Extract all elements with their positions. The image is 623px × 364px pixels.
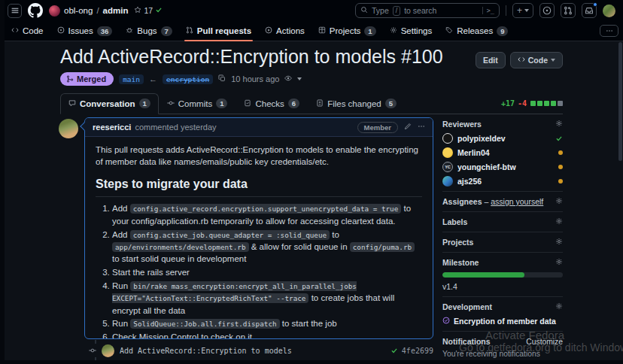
repo-tab-settings[interactable]: Settings <box>383 21 439 41</box>
comment-author-avatar[interactable] <box>59 119 78 138</box>
github-logo-icon[interactable] <box>28 3 43 18</box>
gear-icon[interactable] <box>555 238 563 247</box>
repo-tab-projects[interactable]: Projects1 <box>312 21 383 41</box>
reviewer-avatar: YC <box>442 162 453 172</box>
repo-tab-releases[interactable]: Releases9 <box>439 21 515 41</box>
projects-section: Projects <box>442 232 563 253</box>
breadcrumb-repo[interactable]: admin <box>103 6 129 15</box>
milestone-progress-fill <box>442 272 524 278</box>
breadcrumb-separator: / <box>96 6 99 15</box>
assignees-section: Assignees – assign yourself <box>442 192 563 212</box>
your-issues-button[interactable] <box>539 3 555 18</box>
code-icon <box>518 56 525 65</box>
comment-author[interactable]: reesericci <box>93 123 131 132</box>
copy-branch-icon[interactable] <box>218 74 226 83</box>
conversation-count-badge: 1 <box>139 99 150 108</box>
edit-button[interactable]: Edit <box>476 52 506 68</box>
nav-overflow-button[interactable] <box>600 25 618 37</box>
comment-options-icon[interactable] <box>418 123 425 132</box>
edit-comment-icon[interactable] <box>404 123 412 132</box>
chevron-down-icon <box>524 9 529 12</box>
gear-icon[interactable] <box>555 217 563 226</box>
gear-icon[interactable] <box>555 302 563 311</box>
bugs-count-badge: 7 <box>161 26 172 36</box>
global-header: obl-ong / admin 17 Type / to search >_ + <box>0 0 623 21</box>
search-placeholder-prefix: Type <box>372 6 389 15</box>
build-check-icon <box>155 6 163 15</box>
repo-tab-bugs[interactable]: Bugs7 <box>119 21 179 41</box>
customize-link[interactable]: Customize <box>526 338 563 346</box>
eye-icon[interactable] <box>284 74 292 83</box>
merged-status-badge: Merged <box>60 72 114 86</box>
inline-code: SolidQueue::Job.all.first.dispatch <box>130 319 279 329</box>
repo-tab-pull-requests[interactable]: Pull requests <box>179 21 258 41</box>
unread-notification-dot <box>593 2 597 7</box>
gear-icon[interactable] <box>555 197 563 206</box>
gear-icon[interactable] <box>555 258 563 267</box>
pr-description-comment: reesericci commented yesterday Member Th… <box>84 117 433 339</box>
base-branch-label[interactable]: main <box>119 74 144 84</box>
issues-count-badge: 36 <box>97 26 113 36</box>
slash-key-hint: / <box>393 6 400 16</box>
reviewer-row[interactable]: ajs256 <box>442 176 563 186</box>
reviewer-row[interactable]: polypixeldev <box>442 133 563 143</box>
commit-sha-link[interactable]: 4fe2699 <box>402 347 433 355</box>
tag-icon <box>445 26 453 35</box>
pr-tab-bar: Conversation1 Commits1 Checks6 Files cha… <box>60 93 563 114</box>
steps-heading: Steps to migrate your data <box>96 176 422 198</box>
milestone-title: Milestone <box>442 258 479 267</box>
scrollbar-thumb[interactable] <box>618 42 622 161</box>
inline-code: app/environments/development.rb <box>112 242 249 252</box>
step-item: Run bin/rake mass_encryption:encrypt_all… <box>112 280 422 317</box>
commit-author-avatar[interactable] <box>102 344 114 357</box>
comment-meta: commented yesterday <box>135 123 216 132</box>
global-search-input[interactable]: Type / to search >_ <box>355 3 500 18</box>
user-avatar[interactable] <box>603 5 615 17</box>
chevron-down-icon[interactable] <box>297 77 302 80</box>
commit-message[interactable]: Add ActiveRecord::Encryption to models <box>120 347 292 355</box>
breadcrumb: obl-ong / admin <box>49 5 128 17</box>
notifications-inbox-button[interactable] <box>582 3 597 18</box>
reviewers-title: Reviewers <box>442 120 482 129</box>
command-palette-icon[interactable]: >_ <box>482 7 494 14</box>
hamburger-menu-button[interactable] <box>8 4 22 18</box>
tab-commits[interactable]: Commits1 <box>159 93 236 114</box>
step-item: Add config.active_record.encryption.supp… <box>112 202 422 227</box>
comment-intro: This pull requests adds ActiveRecord::En… <box>96 144 422 168</box>
your-pull-requests-button[interactable] <box>561 3 576 18</box>
repo-tab-issues[interactable]: Issues36 <box>50 21 120 41</box>
org-avatar[interactable] <box>49 5 60 17</box>
diffstat-block <box>544 101 549 106</box>
assign-yourself-link[interactable]: assign yourself <box>491 197 543 206</box>
head-branch-label[interactable]: encryption <box>163 74 213 84</box>
breadcrumb-org[interactable]: obl-ong <box>64 6 93 15</box>
review-pending-icon <box>558 179 563 184</box>
gear-icon[interactable] <box>555 120 563 129</box>
tab-checks[interactable]: Checks6 <box>236 93 308 114</box>
code-dropdown-button[interactable]: Code <box>510 52 563 68</box>
commit-check-icon[interactable] <box>391 344 398 357</box>
tab-conversation[interactable]: Conversation1 <box>60 93 159 114</box>
tab-files-changed[interactable]: Files changed5 <box>308 93 405 114</box>
github-pr-page: obl-ong / admin 17 Type / to search >_ + <box>0 0 623 364</box>
reviewer-row[interactable]: Merlin04 <box>442 147 563 157</box>
commits-count-badge: 1 <box>216 99 227 108</box>
development-title: Development <box>442 302 492 311</box>
step-item: Start the rails server <box>112 266 422 278</box>
repo-tab-code[interactable]: Code <box>5 21 50 41</box>
review-pending-icon <box>558 150 563 155</box>
milestone-name[interactable]: v1.4 <box>442 282 563 291</box>
git-commit-icon <box>167 99 175 108</box>
reviewer-avatar <box>442 176 453 187</box>
reviewer-row[interactable]: YC youngchief-btw <box>442 162 563 171</box>
linked-issue[interactable]: Encryption of member data <box>442 317 563 326</box>
diffstat-blocks <box>530 101 563 106</box>
step-item: Run SolidQueue::Job.all.first.dispatch t… <box>112 317 422 329</box>
create-new-button[interactable]: + <box>512 3 533 18</box>
star-count: 17 <box>144 6 153 15</box>
git-commit-icon <box>89 344 96 357</box>
review-approved-icon <box>555 135 563 142</box>
repo-tab-actions[interactable]: Actions <box>258 21 312 41</box>
repo-nav: Code Issues36 Bugs7 Pull requests Action… <box>0 21 623 41</box>
diffstat: +17 -4 <box>501 99 563 114</box>
